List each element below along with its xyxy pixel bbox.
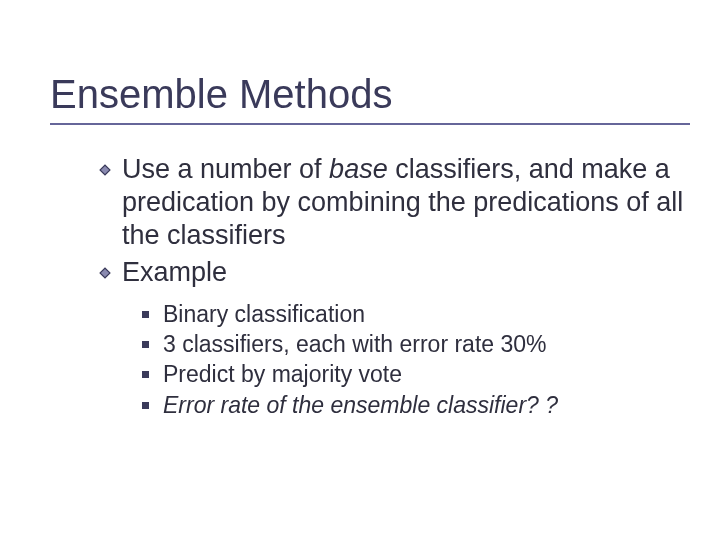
body-content: Use a number of base classifiers, and ma… — [50, 153, 690, 420]
square-bullet-icon — [142, 402, 149, 409]
sub-bullet-item: Error rate of the ensemble classifier? ? — [142, 390, 690, 420]
square-bullet-icon — [142, 371, 149, 378]
sub-bullet-item: Binary classification — [142, 299, 690, 329]
slide-title: Ensemble Methods — [50, 72, 690, 117]
bullet-item: Use a number of base classifiers, and ma… — [98, 153, 690, 252]
svg-rect-1 — [100, 268, 110, 278]
sub-bullet-text-italic: Error rate of the ensemble classifier? ? — [163, 390, 690, 420]
bullet-text: Example — [122, 256, 690, 289]
bullet-item: Example — [98, 256, 690, 289]
bullet-text: Use a number of base classifiers, and ma… — [122, 153, 690, 252]
text-run: Use a number of — [122, 154, 329, 184]
title-block: Ensemble Methods — [50, 72, 690, 125]
diamond-bullet-icon — [98, 163, 112, 177]
italic-run: base — [329, 154, 388, 184]
sub-bullet-text: Predict by majority vote — [163, 359, 690, 389]
sub-list: Binary classification 3 classifiers, eac… — [98, 299, 690, 420]
square-bullet-icon — [142, 311, 149, 318]
slide: Ensemble Methods Use a number of base cl… — [0, 0, 720, 540]
svg-rect-0 — [100, 165, 110, 175]
title-underline — [50, 123, 690, 125]
sub-bullet-item: 3 classifiers, each with error rate 30% — [142, 329, 690, 359]
diamond-bullet-icon — [98, 266, 112, 280]
sub-bullet-text: 3 classifiers, each with error rate 30% — [163, 329, 690, 359]
sub-bullet-item: Predict by majority vote — [142, 359, 690, 389]
sub-bullet-text: Binary classification — [163, 299, 690, 329]
square-bullet-icon — [142, 341, 149, 348]
